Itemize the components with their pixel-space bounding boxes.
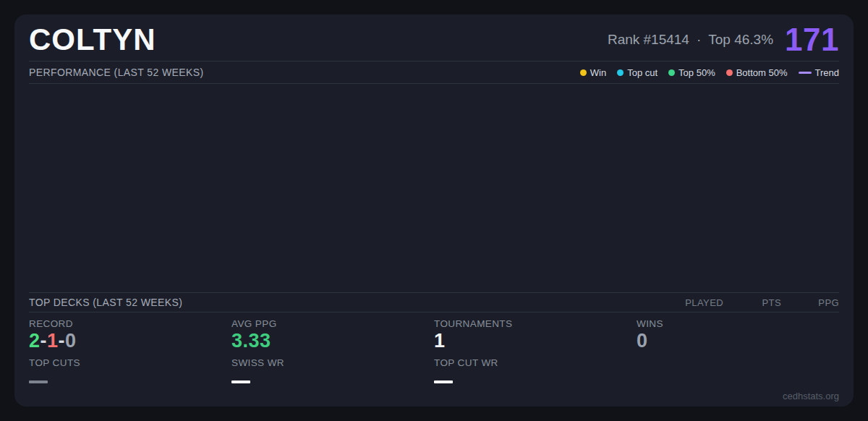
site-watermark[interactable]: cedhstats.org bbox=[783, 391, 839, 401]
trend-line-icon bbox=[799, 72, 812, 74]
top-cuts-empty-dash bbox=[29, 380, 48, 383]
stat-record: RECORD 2-1-0 TOP CUTS bbox=[29, 318, 231, 407]
avg-ppg-label: AVG PPG bbox=[231, 318, 434, 329]
record-sep: - bbox=[41, 330, 48, 352]
top-cuts-label: TOP CUTS bbox=[29, 357, 231, 368]
record-value: 2-1-0 bbox=[29, 331, 231, 352]
bottom-50-dot-icon bbox=[726, 69, 733, 76]
tournaments-label: TOURNAMENTS bbox=[434, 318, 637, 329]
top-decks-columns: PLAYED PTS PPG bbox=[665, 297, 839, 308]
top-percent: Top 46.3% bbox=[708, 32, 773, 48]
swiss-wr-empty-dash bbox=[231, 380, 250, 383]
column-ppg: PPG bbox=[781, 297, 839, 308]
tournaments-value: 1 bbox=[434, 331, 637, 352]
dot-separator: · bbox=[697, 32, 701, 48]
top-cut-wr-label: TOP CUT WR bbox=[434, 357, 637, 368]
record-label: RECORD bbox=[29, 318, 231, 329]
player-stats-card: COLTYN Rank #15414 · Top 46.3% 171 PERFO… bbox=[14, 14, 854, 407]
swiss-wr-label: SWISS WR bbox=[231, 357, 434, 368]
legend-label: Top cut bbox=[627, 67, 658, 78]
record-sep: - bbox=[59, 330, 66, 352]
top-50-dot-icon bbox=[668, 69, 675, 76]
legend-item-top-cut: Top cut bbox=[617, 67, 658, 78]
stat-tournaments: TOURNAMENTS 1 TOP CUT WR bbox=[434, 318, 637, 407]
summary-stats-grid: RECORD 2-1-0 TOP CUTS AVG PPG 3.33 SWISS… bbox=[14, 312, 854, 407]
legend-label: Trend bbox=[815, 67, 839, 78]
wins-value: 0 bbox=[637, 331, 839, 352]
top-cut-dot-icon bbox=[617, 69, 624, 76]
top-decks-header: TOP DECKS (LAST 52 WEEKS) PLAYED PTS PPG bbox=[14, 293, 854, 312]
rank-text: Rank #15414 · Top 46.3% bbox=[608, 32, 773, 48]
legend-item-trend: Trend bbox=[799, 67, 839, 78]
card-header: COLTYN Rank #15414 · Top 46.3% 171 bbox=[14, 14, 854, 61]
column-played: PLAYED bbox=[665, 297, 723, 308]
legend-item-top-50: Top 50% bbox=[668, 67, 715, 78]
stat-avg-ppg: AVG PPG 3.33 SWISS WR bbox=[231, 318, 434, 407]
legend-label: Top 50% bbox=[678, 67, 715, 78]
player-name: COLTYN bbox=[29, 25, 156, 55]
top-decks-title: TOP DECKS (LAST 52 WEEKS) bbox=[29, 297, 182, 308]
points-value: 171 bbox=[785, 25, 839, 55]
legend-label: Win bbox=[590, 67, 606, 78]
performance-chart bbox=[14, 84, 854, 292]
legend-label: Bottom 50% bbox=[736, 67, 788, 78]
performance-section-header: PERFORMANCE (LAST 52 WEEKS) Win Top cut … bbox=[14, 61, 854, 83]
top-cut-wr-empty-dash bbox=[434, 380, 453, 383]
record-wins: 2 bbox=[29, 330, 41, 352]
record-draws: 0 bbox=[65, 330, 77, 352]
column-pts: PTS bbox=[723, 297, 781, 308]
legend-item-win: Win bbox=[580, 67, 606, 78]
legend-item-bottom-50: Bottom 50% bbox=[726, 67, 788, 78]
avg-ppg-value: 3.33 bbox=[231, 331, 434, 352]
record-losses: 1 bbox=[47, 330, 59, 352]
wins-label: WINS bbox=[637, 318, 839, 329]
rank-number: Rank #15414 bbox=[608, 32, 689, 48]
performance-title: PERFORMANCE (LAST 52 WEEKS) bbox=[29, 67, 204, 78]
chart-legend: Win Top cut Top 50% Bottom 50% Trend bbox=[580, 67, 839, 78]
win-dot-icon bbox=[580, 69, 587, 76]
rank-summary: Rank #15414 · Top 46.3% 171 bbox=[608, 25, 839, 55]
